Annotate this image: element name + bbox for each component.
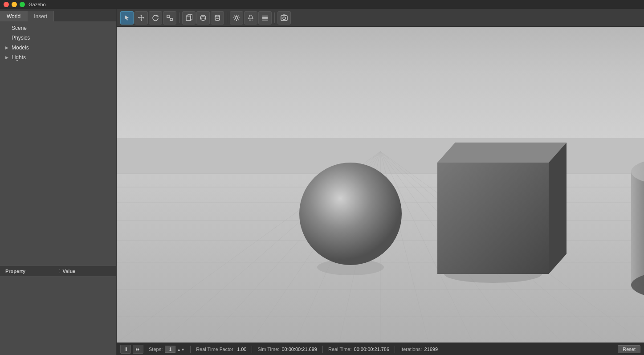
tree-item-lights[interactable]: ▶ Lights (0, 53, 116, 62)
property-header: Property ⋮ Value (0, 266, 116, 276)
real-time-label: Real Time: (328, 347, 352, 352)
rotate-tool-button[interactable] (149, 11, 162, 24)
models-arrow: ▶ (5, 45, 10, 50)
pause-button[interactable]: ⏸ (120, 345, 131, 354)
svg-rect-8 (170, 18, 172, 20)
svg-marker-70 (437, 163, 549, 274)
tabs: World Insert (0, 9, 116, 21)
svg-point-19 (215, 19, 220, 20)
value-col-header: Value (59, 269, 115, 274)
svg-marker-29 (249, 15, 253, 19)
toolbar-sep-3 (274, 12, 275, 23)
models-label: Models (12, 45, 29, 51)
lights-label: Lights (12, 54, 26, 61)
step-button[interactable]: ⏭ (133, 345, 143, 354)
scale-tool-button[interactable] (163, 11, 176, 24)
sim-time-label: Sim Time: (257, 347, 279, 352)
svg-marker-3 (140, 20, 142, 21)
svg-rect-7 (167, 15, 169, 17)
title-bar-controls (4, 2, 25, 7)
select-tool-button[interactable] (120, 11, 134, 24)
3d-scene (117, 27, 644, 343)
tab-insert[interactable]: Insert (27, 11, 54, 21)
iterations-label: Iterations: (400, 347, 422, 352)
tree-item-physics[interactable]: Physics (0, 33, 116, 43)
reset-button[interactable]: Reset (618, 345, 640, 353)
scene-label: Scene (12, 25, 27, 31)
svg-line-25 (234, 16, 235, 16)
screenshot-button[interactable] (277, 11, 291, 24)
svg-point-38 (283, 17, 285, 20)
pause-icon: ⏸ (123, 346, 128, 352)
viewport[interactable] (117, 27, 644, 343)
svg-point-14 (200, 15, 206, 20)
svg-point-65 (299, 163, 402, 265)
title-bar: Gazebo (0, 0, 644, 9)
svg-line-9 (169, 17, 170, 18)
sim-time-value: 00:00:00:21.699 (281, 347, 317, 352)
toolbar-sep-1 (179, 12, 179, 23)
sep2 (252, 346, 252, 353)
minimize-button[interactable] (12, 2, 17, 7)
svg-line-26 (238, 19, 239, 20)
toolbar (117, 9, 644, 27)
add-spot-button[interactable] (244, 11, 257, 24)
rtf-label: Real Time Factor: (196, 347, 235, 352)
svg-marker-4 (138, 17, 139, 19)
rtf-value: 1.00 (237, 347, 246, 352)
add-sun-button[interactable] (230, 11, 243, 24)
sep1 (190, 346, 191, 353)
svg-line-28 (234, 19, 235, 20)
toolbar-sep-2 (227, 12, 227, 23)
add-sphere-button[interactable] (196, 11, 210, 24)
tab-world[interactable]: World (0, 11, 27, 21)
step-icon: ⏭ (135, 346, 141, 352)
svg-point-15 (200, 16, 206, 19)
right-area: ⏸ ⏭ Steps: ▲▼ Real Time Factor: 1.00 Sim… (117, 9, 644, 355)
steps-input[interactable] (165, 346, 175, 353)
tree-item-models[interactable]: ▶ Models (0, 43, 116, 53)
svg-rect-39 (117, 27, 644, 138)
steps-label: Steps: (149, 347, 163, 352)
property-col-header: Property (2, 269, 57, 274)
property-panel: Property ⋮ Value (0, 266, 116, 355)
maximize-button[interactable] (20, 2, 25, 7)
svg-marker-5 (143, 17, 144, 19)
real-time-value: 00:00:00:21.786 (354, 347, 390, 352)
add-dir-light-button[interactable] (258, 11, 272, 24)
svg-rect-10 (186, 16, 191, 20)
svg-rect-72 (631, 171, 644, 285)
svg-marker-69 (549, 143, 567, 274)
svg-line-27 (238, 16, 239, 16)
svg-point-16 (215, 15, 220, 17)
physics-label: Physics (12, 35, 30, 41)
sep3 (322, 346, 323, 353)
status-bar: ⏸ ⏭ Steps: ▲▼ Real Time Factor: 1.00 Sim… (117, 343, 644, 355)
sep4 (395, 346, 395, 353)
close-button[interactable] (4, 2, 9, 7)
tree-item-scene[interactable]: Scene (0, 23, 116, 33)
svg-point-20 (235, 16, 238, 19)
tree-panel: Scene Physics ▶ Models ▶ Lights (0, 21, 116, 266)
add-cylinder-button[interactable] (211, 11, 224, 24)
svg-marker-2 (140, 15, 142, 16)
left-panel: World Insert Scene Physics ▶ Models ▶ Li… (0, 9, 117, 355)
main-layout: World Insert Scene Physics ▶ Models ▶ Li… (0, 9, 644, 355)
svg-marker-68 (437, 143, 567, 163)
iterations-value: 21699 (424, 347, 438, 352)
add-box-button[interactable] (182, 11, 196, 24)
app-title: Gazebo (29, 2, 46, 7)
lights-arrow: ▶ (5, 55, 10, 60)
translate-tool-button[interactable] (135, 11, 148, 24)
steps-arrow[interactable]: ▲▼ (177, 347, 185, 352)
